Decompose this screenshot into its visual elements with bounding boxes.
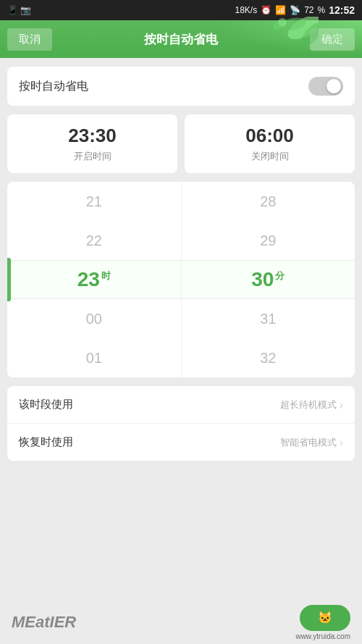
time-cards: 23:30 开启时间 06:00 关闭时间 <box>7 114 355 173</box>
signal-icon: 📡 <box>290 5 300 15</box>
confirm-button[interactable]: 确定 <box>310 28 355 51</box>
minute-item-28[interactable]: 28 <box>182 182 355 221</box>
hour-item-22[interactable]: 22 <box>7 221 181 260</box>
network-speed: 18K/s <box>235 5 257 15</box>
time-display: 12:52 <box>329 4 355 16</box>
minute-item-32[interactable]: 32 <box>182 338 355 377</box>
end-time-value: 06:00 <box>195 125 345 147</box>
watermark-text: MEatIER <box>12 613 76 632</box>
settings-item-restore-right: 智能省电模式 › <box>280 436 343 449</box>
end-time-card[interactable]: 06:00 关闭时间 <box>185 114 355 173</box>
watermark-site: www.ytruida.com <box>295 632 350 640</box>
header-title: 按时自动省电 <box>144 31 218 48</box>
hour-item-21[interactable]: 21 <box>7 182 181 221</box>
cancel-button[interactable]: 取消 <box>7 28 52 51</box>
status-icons: 📱 📷 <box>7 5 31 15</box>
chevron-right-icon-2: › <box>340 437 343 448</box>
alarm-icon: ⏰ <box>261 5 272 15</box>
settings-item-restore-mode[interactable]: 恢复时使用 智能省电模式 › <box>7 424 355 461</box>
minute-picker-col[interactable]: 28 29 30分 31 32 <box>182 182 355 377</box>
hour-item-00[interactable]: 00 <box>7 299 181 338</box>
watermark-area: MEatIER 🐱 www.ytruida.com <box>0 601 362 644</box>
start-time-label: 开启时间 <box>17 150 167 163</box>
settings-item-active-right: 超长待机模式 › <box>280 398 343 411</box>
status-right: 18K/s ⏰ 📶 📡 72% 12:52 <box>235 4 355 16</box>
status-left: 📱 📷 <box>7 5 31 15</box>
settings-item-restore-label: 恢复时使用 <box>19 435 73 449</box>
settings-item-restore-value: 智能省电模式 <box>280 436 337 449</box>
battery-level: 72 <box>304 5 313 15</box>
wifi-icon: 📶 <box>275 5 286 15</box>
minute-item-30[interactable]: 30分 <box>182 260 355 299</box>
hour-picker-col[interactable]: 21 22 23时 00 01 <box>7 182 182 377</box>
settings-item-active-label: 该时段使用 <box>19 398 73 411</box>
time-picker: 21 22 23时 00 01 28 29 30分 31 32 <box>7 182 355 377</box>
start-time-card[interactable]: 23:30 开启时间 <box>7 114 177 173</box>
watermark-logo: 🐱 <box>300 605 350 631</box>
power-save-toggle[interactable] <box>308 77 343 96</box>
hour-item-01[interactable]: 01 <box>7 338 181 377</box>
header: 取消 按时自动省电 确定 <box>0 20 362 58</box>
main-content: 按时自动省电 23:30 开启时间 06:00 关闭时间 21 22 23时 0… <box>0 58 362 644</box>
settings-section: 该时段使用 超长待机模式 › 恢复时使用 智能省电模式 › <box>7 386 355 461</box>
settings-item-active-mode[interactable]: 该时段使用 超长待机模式 › <box>7 386 355 424</box>
status-bar: 📱 📷 18K/s ⏰ 📶 📡 72% 12:52 <box>0 0 362 20</box>
minute-item-31[interactable]: 31 <box>182 299 355 338</box>
logo-icon: 🐱 <box>318 611 332 624</box>
svg-point-4 <box>273 23 280 30</box>
minute-item-29[interactable]: 29 <box>182 221 355 260</box>
start-time-value: 23:30 <box>17 125 167 147</box>
toggle-label: 按时自动省电 <box>19 79 88 94</box>
chevron-right-icon: › <box>340 399 343 411</box>
picker-container: 21 22 23时 00 01 28 29 30分 31 32 <box>7 182 355 377</box>
end-time-label: 关闭时间 <box>195 150 345 163</box>
toggle-section: 按时自动省电 <box>7 67 355 106</box>
hour-item-23[interactable]: 23时 <box>7 260 181 299</box>
settings-item-active-value: 超长待机模式 <box>280 398 337 411</box>
